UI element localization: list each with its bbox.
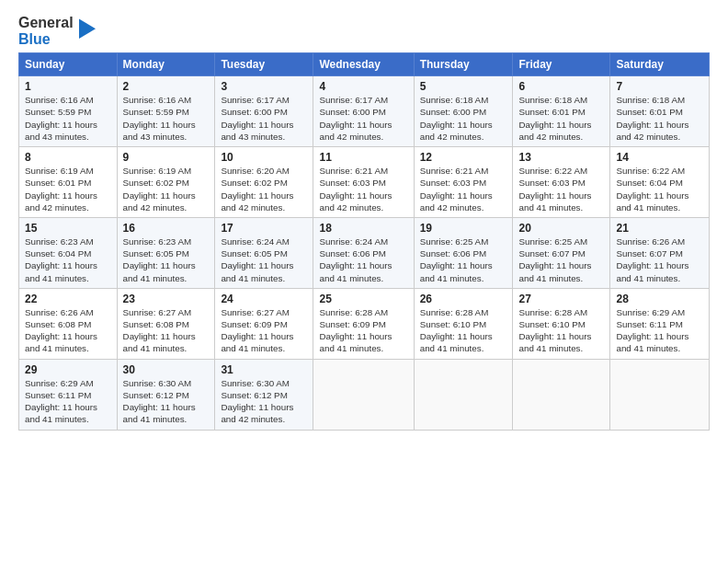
- table-row: 5Sunrise: 6:18 AM Sunset: 6:00 PM Daylig…: [414, 76, 513, 147]
- calendar-week-5: 29Sunrise: 6:29 AM Sunset: 6:11 PM Dayli…: [19, 359, 710, 430]
- table-row: 19Sunrise: 6:25 AM Sunset: 6:06 PM Dayli…: [414, 217, 513, 288]
- table-row: 29Sunrise: 6:29 AM Sunset: 6:11 PM Dayli…: [19, 359, 118, 430]
- logo: GeneralBlue: [18, 15, 96, 47]
- table-row: 27Sunrise: 6:28 AM Sunset: 6:10 PM Dayli…: [513, 288, 610, 359]
- table-row: 12Sunrise: 6:21 AM Sunset: 6:03 PM Dayli…: [414, 147, 513, 218]
- table-row: 4Sunrise: 6:17 AM Sunset: 6:00 PM Daylig…: [313, 76, 414, 147]
- table-row: 17Sunrise: 6:24 AM Sunset: 6:05 PM Dayli…: [215, 217, 313, 288]
- header: GeneralBlue: [18, 15, 710, 47]
- calendar-header-thursday: Thursday: [414, 53, 513, 76]
- table-row: 14Sunrise: 6:22 AM Sunset: 6:04 PM Dayli…: [610, 147, 710, 218]
- table-row: 22Sunrise: 6:26 AM Sunset: 6:08 PM Dayli…: [19, 288, 118, 359]
- calendar-header-tuesday: Tuesday: [215, 53, 313, 76]
- table-row: 26Sunrise: 6:28 AM Sunset: 6:10 PM Dayli…: [414, 288, 513, 359]
- calendar-header-saturday: Saturday: [610, 53, 710, 76]
- table-row: 16Sunrise: 6:23 AM Sunset: 6:05 PM Dayli…: [117, 217, 215, 288]
- calendar-header-friday: Friday: [513, 53, 610, 76]
- table-row: 31Sunrise: 6:30 AM Sunset: 6:12 PM Dayli…: [215, 359, 313, 430]
- logo-text: GeneralBlue: [18, 15, 74, 47]
- table-row: 15Sunrise: 6:23 AM Sunset: 6:04 PM Dayli…: [19, 217, 118, 288]
- table-row: [313, 359, 414, 430]
- table-row: 30Sunrise: 6:30 AM Sunset: 6:12 PM Dayli…: [117, 359, 215, 430]
- table-row: 21Sunrise: 6:26 AM Sunset: 6:07 PM Dayli…: [610, 217, 710, 288]
- table-row: 10Sunrise: 6:20 AM Sunset: 6:02 PM Dayli…: [215, 147, 313, 218]
- page: GeneralBlue SundayMondayTuesdayWednesday…: [0, 0, 728, 440]
- table-row: 25Sunrise: 6:28 AM Sunset: 6:09 PM Dayli…: [313, 288, 414, 359]
- calendar-week-3: 15Sunrise: 6:23 AM Sunset: 6:04 PM Dayli…: [19, 217, 710, 288]
- calendar-week-1: 1Sunrise: 6:16 AM Sunset: 5:59 PM Daylig…: [19, 76, 710, 147]
- table-row: 18Sunrise: 6:24 AM Sunset: 6:06 PM Dayli…: [313, 217, 414, 288]
- calendar-header-monday: Monday: [117, 53, 215, 76]
- calendar-week-2: 8Sunrise: 6:19 AM Sunset: 6:01 PM Daylig…: [19, 147, 710, 218]
- table-row: 20Sunrise: 6:25 AM Sunset: 6:07 PM Dayli…: [513, 217, 610, 288]
- table-row: 13Sunrise: 6:22 AM Sunset: 6:03 PM Dayli…: [513, 147, 610, 218]
- table-row: 2Sunrise: 6:16 AM Sunset: 5:59 PM Daylig…: [117, 76, 215, 147]
- calendar-header-row: SundayMondayTuesdayWednesdayThursdayFrid…: [19, 53, 710, 76]
- table-row: 3Sunrise: 6:17 AM Sunset: 6:00 PM Daylig…: [215, 76, 313, 147]
- table-row: [513, 359, 610, 430]
- calendar-header-wednesday: Wednesday: [313, 53, 414, 76]
- table-row: [414, 359, 513, 430]
- table-row: 28Sunrise: 6:29 AM Sunset: 6:11 PM Dayli…: [610, 288, 710, 359]
- table-row: 23Sunrise: 6:27 AM Sunset: 6:08 PM Dayli…: [117, 288, 215, 359]
- table-row: [610, 359, 710, 430]
- table-row: 8Sunrise: 6:19 AM Sunset: 6:01 PM Daylig…: [19, 147, 118, 218]
- calendar-header-sunday: Sunday: [19, 53, 118, 76]
- table-row: 24Sunrise: 6:27 AM Sunset: 6:09 PM Dayli…: [215, 288, 313, 359]
- table-row: 9Sunrise: 6:19 AM Sunset: 6:02 PM Daylig…: [117, 147, 215, 218]
- svg-marker-0: [79, 18, 96, 39]
- table-row: 7Sunrise: 6:18 AM Sunset: 6:01 PM Daylig…: [610, 76, 710, 147]
- calendar-table: SundayMondayTuesdayWednesdayThursdayFrid…: [18, 52, 710, 430]
- calendar-week-4: 22Sunrise: 6:26 AM Sunset: 6:08 PM Dayli…: [19, 288, 710, 359]
- table-row: 6Sunrise: 6:18 AM Sunset: 6:01 PM Daylig…: [513, 76, 610, 147]
- table-row: 1Sunrise: 6:16 AM Sunset: 5:59 PM Daylig…: [19, 76, 118, 147]
- table-row: 11Sunrise: 6:21 AM Sunset: 6:03 PM Dayli…: [313, 147, 414, 218]
